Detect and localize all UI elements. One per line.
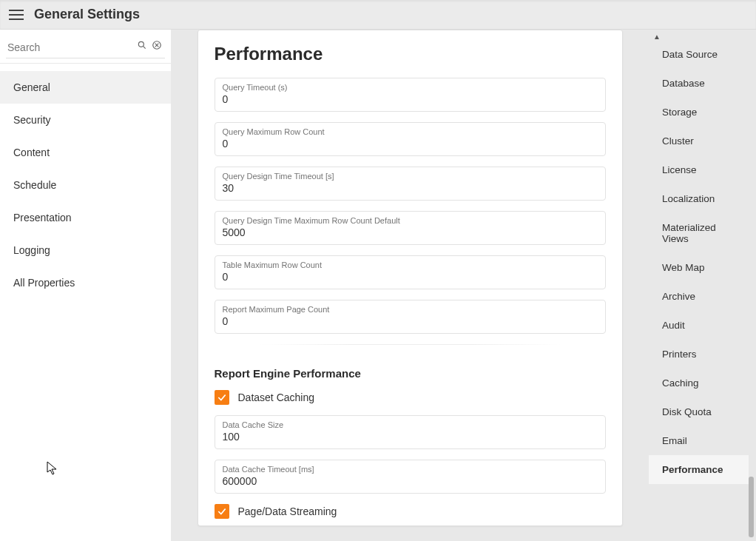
rail-scrollbar-track[interactable] [749,30,755,541]
cache-input-0[interactable] [223,429,598,444]
sidebar-item-all-properties[interactable]: All Properties [0,266,171,299]
svg-point-0 [138,41,144,47]
search-icon[interactable] [137,40,147,53]
menu-icon[interactable] [9,10,24,20]
rail-item-materialized-views[interactable]: Materialized Views [649,213,749,253]
perf-label-1: Query Maximum Row Count [223,124,598,136]
rail-item-data-source[interactable]: Data Source [649,40,749,69]
settings-card: Performance Query Timeout (s)Query Maxim… [198,30,623,526]
sidebar-left: GeneralSecurityContentSchedulePresentati… [0,30,171,541]
cache-label-1: Data Cache Timeout [ms] [223,462,598,474]
dataset-caching-label: Dataset Caching [238,392,315,403]
perf-label-3: Query Design Time Maximum Row Count Defa… [223,213,598,225]
perf-field-3: Query Design Time Maximum Row Count Defa… [215,211,606,245]
perf-input-4[interactable] [223,269,598,284]
rail-item-disk-quota[interactable]: Disk Quota [649,397,749,426]
perf-input-5[interactable] [223,314,598,329]
perf-field-2: Query Design Time Timeout [s] [215,167,606,201]
page-title: General Settings [34,7,140,22]
rail-item-license[interactable]: License [649,155,749,184]
rail-item-audit[interactable]: Audit [649,311,749,340]
page-data-streaming-checkbox[interactable] [215,504,229,519]
cache-field-1: Data Cache Timeout [ms] [215,460,606,494]
rail-item-cluster[interactable]: Cluster [649,127,749,155]
perf-input-1[interactable] [223,136,598,151]
perf-field-0: Query Timeout (s) [215,78,606,112]
rail-item-localization[interactable]: Localization [649,184,749,213]
section-title: Performance [215,44,606,64]
page-data-streaming-label: Page/Data Streaming [238,505,337,517]
center-column: Performance Query Timeout (s)Query Maxim… [171,30,649,541]
search-row [0,30,171,64]
cache-input-1[interactable] [223,474,598,488]
sidebar-item-security[interactable]: Security [0,104,171,136]
perf-label-4: Table Maximum Row Count [223,258,598,269]
sidebar-item-general[interactable]: General [0,71,171,104]
perf-input-3[interactable] [223,225,598,240]
dataset-caching-checkbox[interactable] [215,390,229,405]
rail-item-storage[interactable]: Storage [649,98,749,127]
rail-item-caching[interactable]: Caching [649,369,749,397]
perf-label-5: Report Maximum Page Count [223,302,598,314]
rail-item-printers[interactable]: Printers [649,340,749,369]
rail-item-web-map[interactable]: Web Map [649,253,749,282]
divider [259,344,561,345]
perf-field-1: Query Maximum Row Count [215,122,606,156]
sidebar-item-content[interactable]: Content [0,136,171,169]
rail-scrollbar-thumb[interactable] [749,477,754,537]
cache-label-0: Data Cache Size [223,417,598,429]
rail-item-email[interactable]: Email [649,426,749,455]
perf-field-4: Table Maximum Row Count [215,255,606,289]
scroll-up-icon[interactable]: ▲ [653,33,661,41]
perf-input-2[interactable] [223,181,598,195]
perf-label-0: Query Timeout (s) [223,80,598,92]
rail-item-database[interactable]: Database [649,69,749,98]
svg-line-1 [143,46,145,48]
subsection-title: Report Engine Performance [215,367,606,380]
perf-input-0[interactable] [223,92,598,107]
perf-label-2: Query Design Time Timeout [s] [223,169,598,181]
clear-icon[interactable] [152,40,162,53]
center-scrollbar-track[interactable] [641,30,647,541]
cache-field-0: Data Cache Size [215,415,606,449]
right-rail: ▲ Data SourceDatabaseStorageClusterLicen… [649,30,756,541]
rail-item-archive[interactable]: Archive [649,282,749,311]
sidebar-item-logging[interactable]: Logging [0,234,171,266]
app-header: General Settings [0,0,756,30]
sidebar-item-schedule[interactable]: Schedule [0,169,171,201]
rail-item-performance[interactable]: Performance [649,455,749,484]
sidebar-item-presentation[interactable]: Presentation [0,201,171,234]
perf-field-5: Report Maximum Page Count [215,300,606,334]
